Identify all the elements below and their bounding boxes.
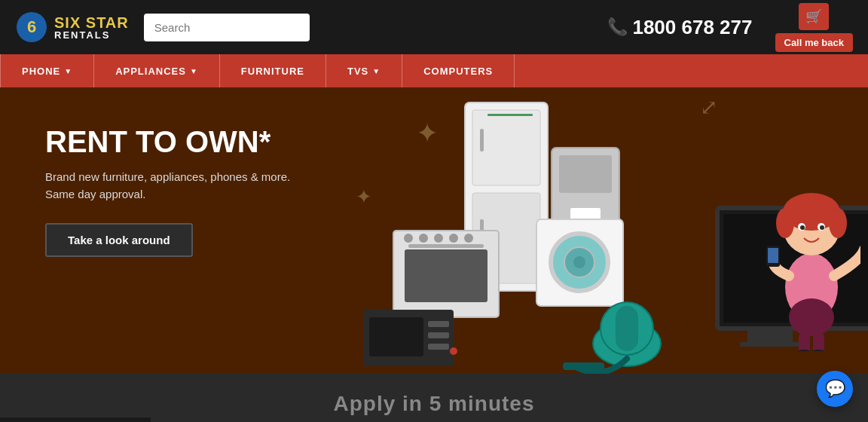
svg-point-16 bbox=[573, 256, 585, 268]
svg-point-24 bbox=[464, 234, 473, 243]
svg-point-23 bbox=[449, 234, 458, 243]
nav-furniture-label: FURNITURE bbox=[241, 66, 304, 77]
call-me-back-button[interactable]: Call me back bbox=[775, 33, 854, 52]
svg-rect-51 bbox=[799, 332, 810, 351]
nav-tvs-chevron: ▼ bbox=[372, 67, 381, 75]
hero-section: RENT TO OWN* Brand new furniture, applia… bbox=[0, 87, 868, 374]
logo-link[interactable]: 6 SIX STAR RENTALS bbox=[15, 11, 129, 44]
svg-rect-52 bbox=[813, 332, 824, 351]
svg-rect-5 bbox=[480, 129, 484, 151]
hero-visual: ⤢ ✦ ✦ ✦ bbox=[341, 87, 868, 374]
svg-point-48 bbox=[820, 225, 824, 230]
bottom-section: Apply in 5 minutes sixstarrentals.com.au… bbox=[0, 374, 868, 422]
cart-area: 🛒 Call me back bbox=[775, 3, 854, 52]
footer-url-bar: sixstarrentals.com.au... bbox=[0, 417, 151, 422]
svg-rect-27 bbox=[428, 321, 449, 327]
nav-appliances-chevron: ▼ bbox=[190, 67, 198, 75]
svg-rect-26 bbox=[369, 317, 423, 356]
apply-title: Apply in 5 minutes bbox=[334, 392, 535, 416]
svg-point-30 bbox=[450, 347, 457, 355]
svg-rect-28 bbox=[428, 332, 449, 338]
nav-computers-label: COMPUTERS bbox=[423, 66, 493, 77]
search-input[interactable] bbox=[144, 14, 310, 41]
nav-appliances-label: APPLIANCES bbox=[115, 66, 186, 77]
nav-item-phone[interactable]: PHONE ▼ bbox=[0, 54, 94, 87]
phone-number: 1800 678 277 bbox=[632, 16, 752, 39]
svg-rect-34 bbox=[563, 362, 604, 370]
hero-subtitle2: Same day approval. bbox=[45, 188, 290, 200]
svg-point-20 bbox=[404, 234, 413, 243]
six-star-logo-icon: 6 bbox=[15, 11, 48, 44]
svg-point-53 bbox=[795, 350, 813, 351]
nav-tvs-label: TVS bbox=[347, 66, 368, 77]
messenger-icon: 💬 bbox=[825, 379, 845, 399]
hero-subtitle1: Brand new furniture, appliances, phones … bbox=[45, 170, 290, 183]
search-container bbox=[144, 14, 310, 41]
svg-point-47 bbox=[800, 225, 805, 230]
svg-rect-29 bbox=[428, 344, 449, 350]
nav-phone-chevron: ▼ bbox=[64, 67, 72, 75]
messenger-button[interactable]: 💬 bbox=[817, 371, 853, 407]
svg-point-40 bbox=[789, 298, 834, 336]
logo-bottom-text: RENTALS bbox=[54, 30, 129, 40]
phone-icon: 📞 bbox=[607, 17, 628, 37]
svg-rect-50 bbox=[768, 248, 778, 263]
svg-point-54 bbox=[809, 350, 827, 351]
cart-button[interactable]: 🛒 bbox=[799, 3, 829, 30]
svg-point-22 bbox=[434, 234, 443, 243]
svg-rect-19 bbox=[408, 244, 484, 248]
character-svg bbox=[763, 170, 860, 351]
svg-point-21 bbox=[419, 234, 428, 243]
phone-area: 📞 1800 678 277 bbox=[607, 16, 752, 39]
nav-item-tvs[interactable]: TVS ▼ bbox=[326, 54, 402, 87]
hero-cta-button[interactable]: Take a look around bbox=[45, 223, 193, 257]
svg-rect-7 bbox=[487, 114, 533, 116]
nav-item-furniture[interactable]: FURNITURE bbox=[220, 54, 326, 87]
main-nav: PHONE ▼ APPLIANCES ▼ FURNITURE TVS ▼ COM… bbox=[0, 54, 868, 87]
hero-title: RENT TO OWN* bbox=[45, 125, 290, 158]
svg-point-44 bbox=[829, 208, 847, 238]
svg-rect-9 bbox=[559, 155, 612, 193]
nav-phone-label: PHONE bbox=[22, 66, 60, 77]
nav-item-appliances[interactable]: APPLIANCES ▼ bbox=[94, 54, 220, 87]
nav-item-computers[interactable]: COMPUTERS bbox=[402, 54, 515, 87]
cart-icon: 🛒 bbox=[805, 8, 822, 25]
svg-text:6: 6 bbox=[27, 17, 36, 36]
svg-rect-18 bbox=[405, 249, 487, 302]
header: 6 SIX STAR RENTALS 📞 1800 678 277 🛒 Call… bbox=[0, 0, 868, 54]
hero-content: RENT TO OWN* Brand new furniture, applia… bbox=[45, 118, 290, 257]
logo-top-text: SIX STAR bbox=[54, 15, 129, 30]
svg-point-43 bbox=[776, 208, 794, 238]
svg-rect-33 bbox=[616, 306, 638, 351]
